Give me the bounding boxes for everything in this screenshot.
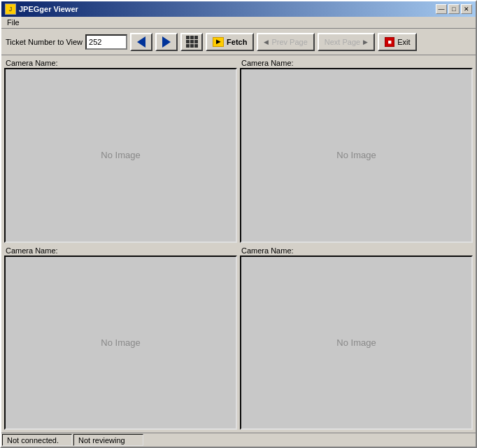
camera-panel-3: Camera Name: No Image	[4, 246, 237, 430]
minimize-button[interactable]: —	[436, 4, 447, 14]
menu-bar: File	[1, 17, 476, 29]
fetch-icon: ▶	[213, 37, 224, 47]
camera-view-4: No Image	[240, 255, 473, 430]
back-arrow-icon	[137, 36, 145, 48]
toolbar: Ticket Number to View ▶ Fetch ◀ Prev Pag…	[1, 29, 476, 55]
title-bar-left: J JPEGger Viewer	[5, 4, 78, 15]
no-image-text-3: No Image	[101, 337, 140, 348]
no-image-text-1: No Image	[101, 150, 140, 160]
ticket-label: Ticket Number to View	[6, 38, 83, 46]
next-page-icon: ▶	[363, 38, 368, 46]
forward-button[interactable]	[155, 33, 178, 51]
main-window: J JPEGger Viewer — □ ✕ File Ticket Numbe…	[0, 0, 477, 448]
next-page-label: Next Page	[325, 38, 360, 46]
camera-view-2: No Image	[240, 68, 473, 243]
prev-page-icon: ◀	[264, 38, 269, 46]
exit-button[interactable]: ■ Exit	[378, 33, 417, 51]
camera-label-4: Camera Name:	[240, 246, 473, 255]
status-bar: Not connected. Not reviewing	[1, 433, 476, 447]
menu-item-file[interactable]: File	[4, 18, 22, 27]
maximize-button[interactable]: □	[448, 4, 460, 14]
camera-label-2: Camera Name:	[240, 58, 473, 68]
camera-label-3: Camera Name:	[4, 246, 237, 255]
app-icon: J	[5, 4, 16, 15]
grid-button[interactable]	[180, 33, 203, 51]
camera-panel-4: Camera Name: No Image	[240, 246, 473, 430]
connection-status: Not connected.	[2, 434, 72, 446]
prev-page-label: Prev Page	[271, 38, 307, 46]
back-button[interactable]	[130, 33, 152, 51]
camera-panel-2: Camera Name: No Image	[240, 58, 473, 243]
title-bar: J JPEGger Viewer — □ ✕	[1, 1, 476, 17]
exit-label: Exit	[397, 38, 410, 46]
reviewing-status: Not reviewing	[73, 434, 143, 446]
grid-icon	[186, 36, 198, 48]
ticket-input[interactable]	[85, 34, 127, 50]
title-controls: — □ ✕	[436, 4, 472, 14]
camera-view-1: No Image	[4, 68, 237, 243]
close-button[interactable]: ✕	[461, 4, 472, 14]
forward-arrow-icon	[162, 36, 171, 48]
no-image-text-4: No Image	[336, 337, 376, 348]
no-image-text-2: No Image	[336, 150, 376, 160]
camera-grid: Camera Name: No Image Camera Name: No Im…	[1, 55, 476, 433]
exit-icon: ■	[385, 37, 394, 47]
camera-panel-1: Camera Name: No Image	[4, 58, 237, 243]
camera-label-1: Camera Name:	[4, 58, 237, 68]
fetch-button[interactable]: ▶ Fetch	[206, 33, 254, 51]
window-title: JPEGger Viewer	[19, 5, 78, 13]
prev-page-button[interactable]: ◀ Prev Page	[257, 33, 314, 51]
fetch-label: Fetch	[227, 38, 247, 46]
camera-view-3: No Image	[4, 255, 237, 430]
next-page-button[interactable]: Next Page ▶	[318, 33, 375, 51]
